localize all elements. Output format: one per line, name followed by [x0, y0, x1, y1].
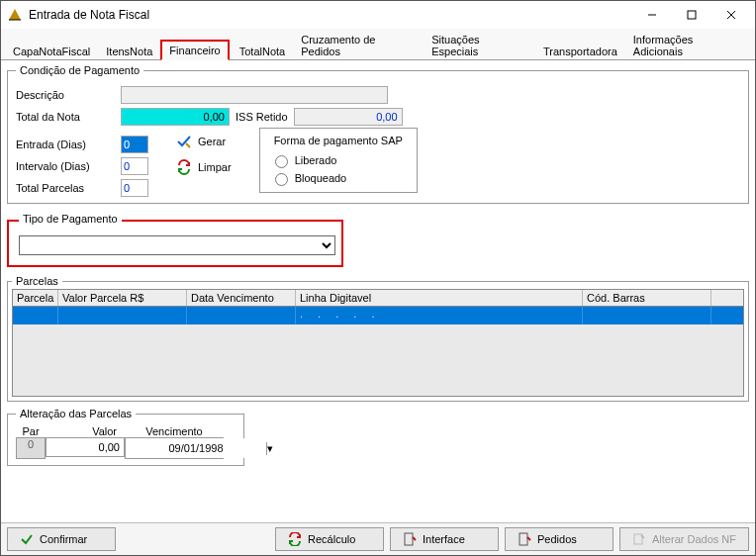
- tab-strip: CapaNotaFiscal ItensNota Financeiro Tota…: [1, 29, 755, 60]
- tab-itens[interactable]: ItensNota: [98, 42, 160, 60]
- alter-head-venc: Vencimento: [125, 425, 224, 437]
- recalculo-button[interactable]: Recálculo: [275, 527, 384, 551]
- iss-retido-label: ISS Retido: [236, 111, 288, 123]
- radio-liberado-label: Liberado: [295, 154, 337, 166]
- col-parcela[interactable]: Parcela: [13, 290, 58, 306]
- col-valor[interactable]: Valor Parcela R$: [58, 290, 187, 306]
- pedidos-label: Pedidos: [537, 533, 577, 545]
- pedidos-button[interactable]: Pedidos: [505, 527, 614, 551]
- sap-legend: Forma de pagamento SAP: [270, 135, 407, 146]
- svg-rect-4: [405, 533, 413, 545]
- descricao-input[interactable]: [121, 86, 388, 104]
- alter-vencimento-input[interactable]: [126, 438, 266, 458]
- alter-valor-input[interactable]: [46, 437, 125, 457]
- document-icon: [403, 532, 417, 546]
- alter-par-cell: 0: [16, 437, 46, 459]
- edit-icon: [632, 532, 646, 546]
- alteracao-parcelas-group: Alteração das Parcelas Par Valor Vencime…: [7, 408, 244, 466]
- window-title: Entrada de Nota Fiscal: [29, 8, 632, 22]
- intervalo-label: Intervalo (Dias): [16, 160, 115, 172]
- tipo-pagamento-group: Tipo de Pagamento: [7, 220, 343, 267]
- descricao-label: Descrição: [16, 89, 115, 101]
- interface-label: Interface: [423, 533, 465, 545]
- alterar-dados-button[interactable]: Alterar Dados NF: [619, 527, 749, 551]
- gerar-button[interactable]: Gerar: [176, 134, 232, 149]
- tab-capa[interactable]: CapaNotaFiscal: [5, 42, 98, 60]
- maximize-button[interactable]: [672, 2, 711, 28]
- tab-cruzamento[interactable]: Cruzamento de Pedidos: [293, 30, 424, 60]
- titlebar: Entrada de Nota Fiscal: [1, 1, 755, 29]
- col-cod[interactable]: Cód. Barras: [583, 290, 711, 306]
- parcelas-group: Parcelas Parcela Valor Parcela R$ Data V…: [7, 275, 749, 402]
- chevron-down-icon[interactable]: ▾: [266, 442, 273, 455]
- radio-liberado[interactable]: Liberado: [270, 152, 407, 168]
- total-nota-input[interactable]: [121, 108, 230, 126]
- tipo-pagamento-legend: Tipo de Pagamento: [19, 213, 122, 225]
- intervalo-input[interactable]: [121, 157, 148, 175]
- cell-parcela: [13, 307, 58, 324]
- total-parcelas-input[interactable]: [121, 179, 148, 197]
- gerar-label: Gerar: [198, 136, 226, 147]
- tab-total[interactable]: TotalNota: [232, 42, 293, 60]
- cell-linha: . . . . .: [296, 307, 583, 324]
- alteracao-legend: Alteração das Parcelas: [16, 408, 136, 419]
- check-pencil-icon: [176, 134, 192, 149]
- app-icon: [7, 7, 23, 23]
- parcelas-header: Parcela Valor Parcela R$ Data Vencimento…: [13, 290, 743, 307]
- tab-financeiro[interactable]: Financeiro: [160, 40, 229, 60]
- iss-retido-input[interactable]: [294, 108, 403, 126]
- radio-bloqueado-label: Bloqueado: [295, 172, 347, 184]
- parcelas-body[interactable]: . . . . .: [13, 307, 743, 396]
- confirmar-button[interactable]: Confirmar: [7, 527, 116, 551]
- alter-vencimento-picker[interactable]: ▾: [125, 437, 224, 459]
- tab-situacoes[interactable]: Situações Especiais: [424, 30, 535, 60]
- tab-transportadora[interactable]: Transportadora: [535, 42, 625, 60]
- check-icon: [20, 532, 34, 546]
- close-button[interactable]: [711, 2, 751, 28]
- tipo-pagamento-select[interactable]: [19, 235, 335, 255]
- limpar-label: Limpar: [198, 161, 232, 173]
- limpar-button[interactable]: Limpar: [176, 159, 232, 175]
- tab-info[interactable]: Informações Adicionais: [625, 30, 751, 60]
- condicao-pagamento-group: Condição de Pagamento Descrição Total da…: [7, 64, 749, 204]
- recalculo-label: Recálculo: [308, 533, 355, 545]
- parcelas-legend: Parcelas: [12, 275, 62, 287]
- footer-toolbar: Confirmar Recálculo Interface Pedidos Al…: [1, 522, 755, 555]
- radio-bloqueado[interactable]: Bloqueado: [270, 170, 407, 186]
- col-venc[interactable]: Data Vencimento: [187, 290, 296, 306]
- sap-group: Forma de pagamento SAP Liberado Bloquead…: [259, 128, 418, 193]
- cell-venc: [187, 307, 296, 324]
- parcelas-table: Parcela Valor Parcela R$ Data Vencimento…: [12, 289, 744, 397]
- entrada-label: Entrada (Dias): [16, 139, 115, 150]
- confirmar-label: Confirmar: [40, 533, 87, 545]
- col-linha[interactable]: Linha Digitavel: [296, 290, 583, 306]
- interface-button[interactable]: Interface: [390, 527, 499, 551]
- radio-liberado-input[interactable]: [275, 155, 288, 168]
- cell-cod: [583, 307, 711, 324]
- cell-valor: [58, 307, 187, 324]
- total-parcelas-label: Total Parcelas: [16, 182, 115, 194]
- alter-head-valor: Valor: [46, 425, 125, 437]
- alter-head-par: Par: [16, 425, 46, 437]
- condicao-legend: Condição de Pagamento: [16, 64, 143, 76]
- alterar-dados-label: Alterar Dados NF: [652, 533, 736, 545]
- svg-rect-5: [520, 533, 527, 545]
- radio-bloqueado-input[interactable]: [275, 173, 288, 186]
- recycle-icon: [176, 159, 192, 175]
- entrada-input[interactable]: [121, 136, 148, 153]
- table-row[interactable]: . . . . .: [13, 307, 743, 324]
- minimize-button[interactable]: [632, 2, 672, 28]
- document-icon: [518, 532, 531, 546]
- total-nota-label: Total da Nota: [16, 111, 115, 123]
- svg-rect-1: [688, 11, 696, 19]
- recycle-icon: [288, 532, 302, 546]
